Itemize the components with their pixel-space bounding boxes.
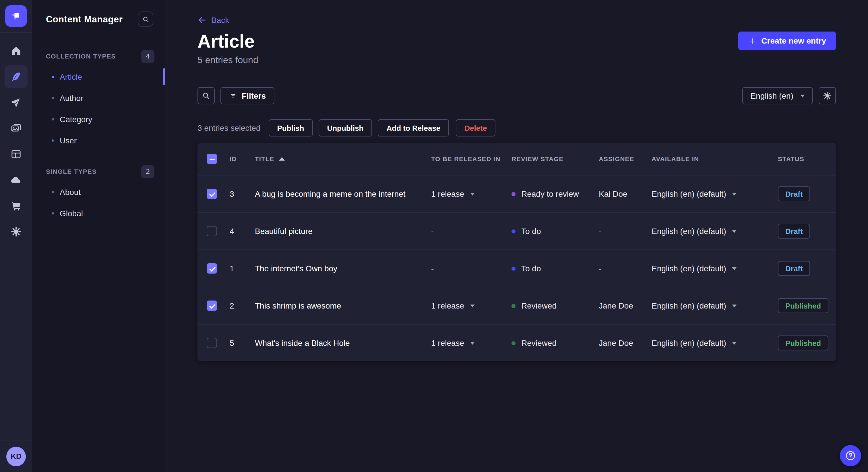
cell-released[interactable]: 1 release xyxy=(431,189,512,198)
subnav-search-button[interactable] xyxy=(138,11,153,27)
publish-button[interactable]: Publish xyxy=(268,119,313,136)
filter-icon xyxy=(229,92,237,100)
status-badge: Published xyxy=(778,336,828,350)
cell-available-in[interactable]: English (en) (default) xyxy=(652,227,778,236)
table-row[interactable]: 5 What's inside a Black Hole 1 release R… xyxy=(197,324,836,361)
profile-section: KD xyxy=(0,440,32,472)
back-label: Back xyxy=(211,15,229,25)
user-avatar[interactable]: KD xyxy=(6,446,26,466)
cell-available-in[interactable]: English (en) (default) xyxy=(652,189,778,198)
strapi-logo[interactable] xyxy=(5,5,27,27)
cell-available-in[interactable]: English (en) (default) xyxy=(652,301,778,310)
cell-assignee: - xyxy=(599,264,652,273)
rail-icon-list xyxy=(5,40,28,440)
single-types-section: SINGLE TYPES 2 About Global xyxy=(32,165,165,224)
row-checkbox[interactable] xyxy=(207,301,217,311)
cell-available-in[interactable]: English (en) (default) xyxy=(652,264,778,273)
collection-types-section: COLLECTION TYPES 4 Article Author Catego… xyxy=(32,49,165,151)
locale-select[interactable]: English (en) xyxy=(743,87,813,104)
releases-icon[interactable] xyxy=(5,91,28,114)
logo-section xyxy=(0,0,32,33)
page-heading: Article 5 entries found xyxy=(197,30,258,65)
single-types-label: SINGLE TYPES xyxy=(46,168,97,175)
gear-icon xyxy=(823,91,832,100)
filters-button[interactable]: Filters xyxy=(220,87,274,104)
cell-id: 3 xyxy=(229,189,255,198)
sidebar-item-category[interactable]: Category xyxy=(32,108,165,130)
settings-icon[interactable] xyxy=(5,220,28,243)
cell-review-stage: Ready to review xyxy=(512,189,599,198)
plus-icon xyxy=(748,36,756,45)
page-title: Article xyxy=(197,30,258,52)
table-row[interactable]: 3 A bug is becoming a meme on the intern… xyxy=(197,175,836,212)
sidebar-item-author[interactable]: Author xyxy=(32,87,165,108)
search-button[interactable] xyxy=(197,87,215,104)
row-checkbox[interactable] xyxy=(207,226,217,236)
column-header-status: STATUS xyxy=(778,156,827,162)
column-header-title[interactable]: TITLE xyxy=(255,156,431,162)
row-checkbox[interactable] xyxy=(207,189,217,199)
table-row[interactable]: 4 Beautiful picture - To do - English (e… xyxy=(197,212,836,249)
home-icon[interactable] xyxy=(5,40,28,63)
bulk-actions-bar: 3 entries selected Publish Unpublish Add… xyxy=(197,119,836,136)
sidebar-item-label: Author xyxy=(60,93,84,102)
selection-summary: 3 entries selected xyxy=(197,123,260,133)
delete-button[interactable]: Delete xyxy=(456,119,495,136)
table-row[interactable]: 1 The internet's Own boy - To do - Engli… xyxy=(197,249,836,287)
cell-released: - xyxy=(431,227,512,236)
sidebar-item-global[interactable]: Global xyxy=(32,202,165,224)
help-button[interactable] xyxy=(840,445,861,466)
filters-label: Filters xyxy=(242,91,266,100)
cell-title: The internet's Own boy xyxy=(255,264,431,273)
column-header-available: AVAILABLE IN xyxy=(652,156,778,162)
marketplace-icon[interactable] xyxy=(5,194,28,217)
cell-id: 5 xyxy=(229,338,255,347)
sidebar-item-user[interactable]: User xyxy=(32,130,165,151)
cell-title: What's inside a Black Hole xyxy=(255,338,431,347)
table-header-row: ID TITLE TO BE RELEASED IN REVIEW STAGE … xyxy=(197,143,836,175)
search-icon xyxy=(202,91,211,100)
cloud-icon[interactable] xyxy=(5,169,28,192)
row-checkbox[interactable] xyxy=(207,263,217,274)
chevron-down-icon xyxy=(470,193,474,196)
chevron-down-icon xyxy=(732,342,737,345)
cell-released[interactable]: 1 release xyxy=(431,338,512,347)
cell-assignee: Jane Doe xyxy=(599,338,652,347)
select-all-checkbox[interactable] xyxy=(207,154,217,164)
cell-assignee: Kai Doe xyxy=(599,189,652,198)
entries-table: ID TITLE TO BE RELEASED IN REVIEW STAGE … xyxy=(197,143,836,361)
table-row[interactable]: 2 This shrimp is awesome 1 release Revie… xyxy=(197,287,836,324)
create-new-entry-label: Create new entry xyxy=(761,36,826,45)
view-settings-button[interactable] xyxy=(818,87,836,104)
cell-title: This shrimp is awesome xyxy=(255,301,431,310)
cell-assignee: - xyxy=(599,227,652,236)
unpublish-button[interactable]: Unpublish xyxy=(318,119,372,136)
cell-available-in[interactable]: English (en) (default) xyxy=(652,338,778,347)
locale-selected-value: English (en) xyxy=(751,91,794,100)
bullet-icon xyxy=(52,212,54,214)
add-to-release-button[interactable]: Add to Release xyxy=(378,119,449,136)
status-badge: Draft xyxy=(778,187,810,201)
stage-dot-icon xyxy=(512,266,516,270)
cell-id: 2 xyxy=(229,301,255,310)
cell-released: - xyxy=(431,264,512,273)
status-badge: Draft xyxy=(778,261,810,276)
content-manager-icon[interactable] xyxy=(5,65,28,88)
collection-types-count-badge: 4 xyxy=(141,49,154,63)
row-checkbox[interactable] xyxy=(207,338,217,348)
strapi-logo-glyph xyxy=(9,9,23,23)
cell-released[interactable]: 1 release xyxy=(431,301,512,310)
column-header-id: ID xyxy=(229,156,255,162)
sidebar-item-article[interactable]: Article xyxy=(32,66,165,87)
bullet-icon xyxy=(52,75,54,78)
bullet-icon xyxy=(52,139,54,141)
media-library-icon[interactable] xyxy=(5,117,28,140)
sidebar-item-about[interactable]: About xyxy=(32,181,165,202)
cell-title: Beautiful picture xyxy=(255,227,431,236)
cell-id: 4 xyxy=(229,227,255,236)
entries-count: 5 entries found xyxy=(197,55,258,65)
content-type-builder-icon[interactable] xyxy=(5,143,28,166)
back-link[interactable]: Back xyxy=(197,15,229,25)
create-new-entry-button[interactable]: Create new entry xyxy=(738,32,836,50)
cell-review-stage: To do xyxy=(512,264,599,273)
